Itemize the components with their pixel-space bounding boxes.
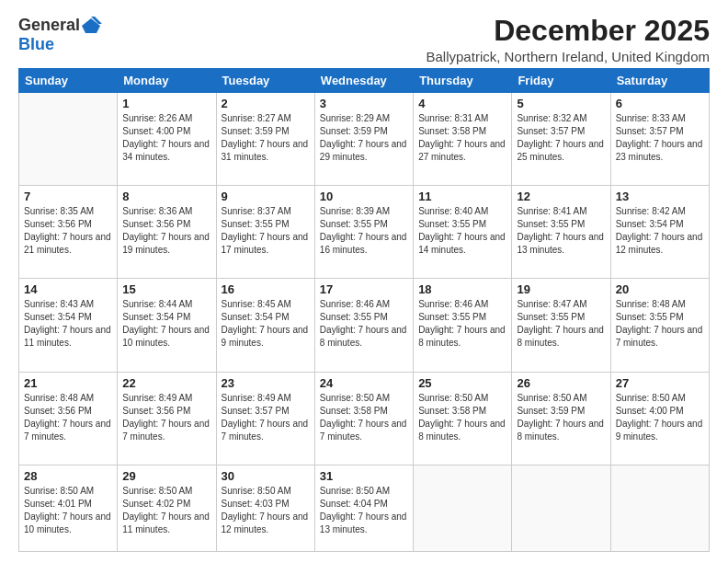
table-row: 17 Sunrise: 8:46 AM Sunset: 3:55 PM Dayl… (314, 279, 413, 372)
table-row: 26 Sunrise: 8:50 AM Sunset: 3:59 PM Dayl… (512, 372, 610, 465)
daylight-text: Daylight: 7 hours and 8 minutes. (517, 324, 605, 350)
day-number: 14 (24, 282, 112, 296)
sunset-text: Sunset: 3:55 PM (320, 218, 408, 231)
logo-general-text: General (18, 16, 80, 35)
sunrise-text: Sunrise: 8:50 AM (320, 392, 408, 405)
sunrise-text: Sunrise: 8:50 AM (517, 392, 605, 405)
sunset-text: Sunset: 3:59 PM (320, 125, 408, 138)
day-info: Sunrise: 8:42 AM Sunset: 3:54 PM Dayligh… (616, 205, 704, 257)
table-row: 18 Sunrise: 8:46 AM Sunset: 3:55 PM Dayl… (414, 279, 512, 372)
table-row: 6 Sunrise: 8:33 AM Sunset: 3:57 PM Dayli… (610, 93, 709, 186)
sunset-text: Sunset: 3:57 PM (222, 405, 310, 418)
logo: General Blue (18, 15, 102, 54)
sunset-text: Sunset: 3:57 PM (517, 125, 605, 138)
day-info: Sunrise: 8:33 AM Sunset: 3:57 PM Dayligh… (616, 112, 704, 164)
sunset-text: Sunset: 3:55 PM (616, 311, 704, 324)
sunset-text: Sunset: 3:54 PM (122, 311, 210, 324)
day-info: Sunrise: 8:32 AM Sunset: 3:57 PM Dayligh… (517, 112, 605, 164)
day-number: 6 (616, 97, 704, 110)
day-number: 21 (24, 376, 112, 390)
day-number: 4 (418, 97, 506, 110)
day-info: Sunrise: 8:50 AM Sunset: 4:01 PM Dayligh… (24, 485, 112, 536)
sunrise-text: Sunrise: 8:31 AM (418, 112, 506, 125)
table-row: 31 Sunrise: 8:50 AM Sunset: 4:04 PM Dayl… (314, 465, 413, 551)
table-row: 28 Sunrise: 8:50 AM Sunset: 4:01 PM Dayl… (19, 465, 118, 551)
logo-blue-text: Blue (18, 35, 54, 53)
sunset-text: Sunset: 3:58 PM (320, 405, 408, 418)
day-number: 22 (122, 376, 210, 390)
col-saturday: Saturday (610, 69, 709, 93)
col-tuesday: Tuesday (216, 69, 314, 93)
day-number: 3 (320, 97, 408, 110)
daylight-text: Daylight: 7 hours and 34 minutes. (122, 138, 210, 164)
table-row: 20 Sunrise: 8:48 AM Sunset: 3:55 PM Dayl… (610, 279, 709, 372)
sunrise-text: Sunrise: 8:46 AM (418, 298, 506, 311)
sunset-text: Sunset: 4:00 PM (122, 125, 210, 138)
day-number: 9 (222, 190, 310, 203)
sunrise-text: Sunrise: 8:43 AM (24, 298, 112, 311)
day-number: 19 (517, 282, 605, 296)
sunset-text: Sunset: 4:01 PM (24, 498, 112, 511)
table-row: 24 Sunrise: 8:50 AM Sunset: 3:58 PM Dayl… (314, 372, 413, 465)
sunset-text: Sunset: 4:02 PM (122, 498, 210, 511)
day-number: 13 (616, 190, 704, 203)
sunrise-text: Sunrise: 8:50 AM (122, 485, 210, 498)
sunset-text: Sunset: 3:59 PM (517, 405, 605, 418)
sunset-text: Sunset: 3:54 PM (24, 311, 112, 324)
day-info: Sunrise: 8:50 AM Sunset: 4:03 PM Dayligh… (222, 485, 310, 536)
day-number: 31 (320, 469, 408, 483)
day-info: Sunrise: 8:50 AM Sunset: 3:59 PM Dayligh… (517, 392, 605, 443)
table-row: 21 Sunrise: 8:48 AM Sunset: 3:56 PM Dayl… (19, 372, 118, 465)
sunrise-text: Sunrise: 8:50 AM (320, 485, 408, 498)
sunset-text: Sunset: 3:55 PM (418, 218, 506, 231)
sunset-text: Sunset: 3:58 PM (418, 125, 506, 138)
daylight-text: Daylight: 7 hours and 8 minutes. (517, 418, 605, 443)
header: General Blue December 2025 Ballypatrick,… (18, 15, 710, 64)
sunrise-text: Sunrise: 8:27 AM (222, 112, 310, 125)
sunrise-text: Sunrise: 8:47 AM (517, 298, 605, 311)
day-info: Sunrise: 8:50 AM Sunset: 4:02 PM Dayligh… (122, 485, 210, 536)
day-number: 16 (222, 282, 310, 296)
day-info: Sunrise: 8:29 AM Sunset: 3:59 PM Dayligh… (320, 112, 408, 164)
daylight-text: Daylight: 7 hours and 9 minutes. (616, 418, 704, 443)
sunset-text: Sunset: 3:57 PM (616, 125, 704, 138)
day-info: Sunrise: 8:40 AM Sunset: 3:55 PM Dayligh… (418, 205, 506, 257)
day-number: 25 (418, 376, 506, 390)
calendar-header-row: Sunday Monday Tuesday Wednesday Thursday… (19, 69, 710, 93)
day-number: 10 (320, 190, 408, 203)
day-info: Sunrise: 8:43 AM Sunset: 3:54 PM Dayligh… (24, 298, 112, 350)
day-info: Sunrise: 8:48 AM Sunset: 3:55 PM Dayligh… (616, 298, 704, 350)
daylight-text: Daylight: 7 hours and 17 minutes. (222, 231, 310, 257)
day-number: 30 (222, 469, 310, 483)
day-number: 7 (24, 190, 112, 203)
day-info: Sunrise: 8:49 AM Sunset: 3:56 PM Dayligh… (122, 392, 210, 443)
sunrise-text: Sunrise: 8:48 AM (616, 298, 704, 311)
col-friday: Friday (512, 69, 610, 93)
table-row: 23 Sunrise: 8:49 AM Sunset: 3:57 PM Dayl… (216, 372, 314, 465)
table-row: 22 Sunrise: 8:49 AM Sunset: 3:56 PM Dayl… (118, 372, 216, 465)
table-row: 10 Sunrise: 8:39 AM Sunset: 3:55 PM Dayl… (314, 186, 413, 279)
day-info: Sunrise: 8:49 AM Sunset: 3:57 PM Dayligh… (222, 392, 310, 443)
daylight-text: Daylight: 7 hours and 8 minutes. (418, 418, 506, 443)
day-info: Sunrise: 8:44 AM Sunset: 3:54 PM Dayligh… (122, 298, 210, 350)
day-number: 5 (517, 97, 605, 110)
table-row: 7 Sunrise: 8:35 AM Sunset: 3:56 PM Dayli… (19, 186, 118, 279)
daylight-text: Daylight: 7 hours and 13 minutes. (517, 231, 605, 257)
day-info: Sunrise: 8:39 AM Sunset: 3:55 PM Dayligh… (320, 205, 408, 257)
table-row: 1 Sunrise: 8:26 AM Sunset: 4:00 PM Dayli… (118, 93, 216, 186)
day-number: 1 (122, 97, 210, 110)
day-number: 20 (616, 282, 704, 296)
sunrise-text: Sunrise: 8:49 AM (222, 392, 310, 405)
sunrise-text: Sunrise: 8:44 AM (122, 298, 210, 311)
day-number: 24 (320, 376, 408, 390)
day-info: Sunrise: 8:41 AM Sunset: 3:55 PM Dayligh… (517, 205, 605, 257)
table-row: 12 Sunrise: 8:41 AM Sunset: 3:55 PM Dayl… (512, 186, 610, 279)
daylight-text: Daylight: 7 hours and 8 minutes. (320, 324, 408, 350)
daylight-text: Daylight: 7 hours and 19 minutes. (122, 231, 210, 257)
table-row: 27 Sunrise: 8:50 AM Sunset: 4:00 PM Dayl… (610, 372, 709, 465)
sunset-text: Sunset: 3:55 PM (418, 311, 506, 324)
table-row (19, 93, 118, 186)
location-subtitle: Ballypatrick, Northern Ireland, United K… (427, 49, 710, 64)
day-info: Sunrise: 8:46 AM Sunset: 3:55 PM Dayligh… (320, 298, 408, 350)
day-info: Sunrise: 8:31 AM Sunset: 3:58 PM Dayligh… (418, 112, 506, 164)
